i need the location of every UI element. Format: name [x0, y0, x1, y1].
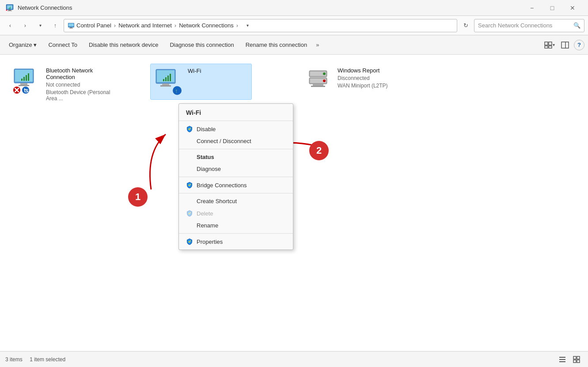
ctx-create-shortcut-label: Create Shortcut — [197, 198, 237, 204]
svg-rect-55 — [573, 356, 576, 359]
windows-report-icon — [304, 67, 332, 95]
view-options-icon — [544, 41, 553, 49]
arrow-1 — [133, 108, 177, 192]
bluetooth-icon: ʦ — [12, 67, 41, 95]
svg-rect-16 — [549, 46, 552, 48]
recent-button[interactable]: ▾ — [34, 19, 47, 32]
up-button[interactable]: ↑ — [49, 19, 62, 32]
svg-rect-4 — [9, 8, 9, 9]
ctx-disable[interactable]: Disable — [179, 123, 293, 135]
toolbar-more[interactable]: » — [313, 42, 322, 48]
svg-rect-54 — [559, 361, 565, 362]
wifi-icon: ↑ — [154, 68, 182, 96]
svg-rect-35 — [160, 85, 171, 87]
forward-button[interactable]: › — [19, 19, 32, 32]
svg-rect-14 — [549, 42, 552, 45]
svg-rect-57 — [573, 360, 576, 363]
titlebar-controls: − □ ✕ — [522, 0, 583, 16]
ctx-connect-disconnect-label: Connect / Disconnect — [197, 138, 251, 144]
ctx-rename-label: Rename — [197, 222, 218, 229]
bluetooth-info: Bluetooth Network Connection Not connect… — [46, 67, 120, 102]
toolbar: Organize ▾ Connect To Disable this netwo… — [0, 35, 588, 55]
bluetooth-connection-icon: ʦ — [12, 67, 41, 95]
view-options-button[interactable]: ▾ — [542, 38, 556, 52]
svg-rect-37 — [165, 77, 167, 81]
windows-report-item[interactable]: Windows Report Disconnected WAN Miniport… — [300, 64, 415, 99]
address-box[interactable]: Control Panel › Network and Internet › N… — [64, 19, 457, 32]
ctx-properties-label: Properties — [197, 238, 223, 245]
svg-rect-5 — [10, 7, 10, 9]
minimize-button[interactable]: − — [522, 0, 542, 16]
svg-rect-56 — [577, 356, 580, 359]
ctx-sep-1 — [179, 121, 293, 121]
ctx-sep-5 — [179, 233, 293, 234]
ctx-properties[interactable]: Properties — [179, 235, 293, 248]
addressbar: ‹ › ▾ ↑ Control Panel › Network and Inte… — [0, 16, 588, 35]
ctx-rename[interactable]: Rename — [179, 219, 293, 231]
svg-rect-26 — [28, 73, 29, 81]
svg-rect-34 — [162, 83, 169, 85]
ctx-status[interactable]: Status — [179, 151, 293, 163]
list-view-icon — [559, 356, 566, 363]
bluetooth-connection-item[interactable]: ʦ Bluetooth Network Connection Not conne… — [9, 64, 124, 105]
search-placeholder: Search Network Connections — [478, 22, 571, 29]
ctx-bridge-connections-label: Bridge Connections — [197, 182, 247, 189]
windows-report-status: Disconnected — [338, 75, 388, 81]
svg-rect-22 — [19, 85, 29, 86]
svg-text:ʦ: ʦ — [24, 87, 28, 94]
windows-report-name: Windows Report — [338, 67, 388, 74]
ctx-create-shortcut[interactable]: Create Shortcut — [179, 195, 293, 207]
connect-to-button[interactable]: Connect To — [43, 37, 83, 53]
selected-count: 1 item selected — [30, 356, 65, 363]
wifi-connection-item[interactable]: ↑ Wi-Fi — [150, 64, 252, 100]
windows-report-info: Windows Report Disconnected WAN Miniport… — [338, 67, 388, 89]
svg-rect-21 — [20, 83, 27, 85]
breadcrumb-control-panel: Control Panel — [76, 22, 111, 29]
address-dropdown-button[interactable]: ▾ — [241, 19, 254, 32]
organize-button[interactable]: Organize ▾ — [4, 37, 42, 53]
search-box[interactable]: Search Network Connections 🔍 — [474, 19, 584, 32]
svg-rect-58 — [577, 360, 580, 363]
ctx-diagnose-label: Diagnose — [197, 166, 221, 172]
address-icon — [68, 22, 75, 29]
svg-rect-15 — [545, 46, 548, 48]
rename-button[interactable]: Rename this connection — [240, 37, 312, 53]
disable-button[interactable]: Disable this network device — [83, 37, 164, 53]
bluetooth-desc: Bluetooth Device (Personal Area ... — [46, 89, 120, 102]
maximize-button[interactable]: □ — [542, 0, 562, 16]
ctx-delete-label: Delete — [197, 210, 213, 217]
statusbar: 3 items 1 item selected — [0, 351, 588, 367]
breadcrumb-sep3: › — [236, 22, 238, 29]
ctx-bridge-connections[interactable]: Bridge Connections — [179, 179, 293, 191]
shield-icon-delete — [186, 210, 193, 217]
statusbar-list-view-button[interactable] — [556, 353, 569, 366]
svg-rect-3 — [8, 11, 12, 11]
svg-rect-13 — [545, 42, 548, 45]
statusbar-grid-view-button[interactable] — [570, 353, 583, 366]
ctx-disable-label: Disable — [197, 126, 216, 132]
context-menu: Wi-Fi Disable Connect / Disconnect Statu… — [178, 103, 293, 250]
bluetooth-name: Bluetooth Network Connection — [46, 67, 120, 80]
back-button[interactable]: ‹ — [4, 19, 17, 32]
diagnose-button[interactable]: Diagnose this connection — [164, 37, 239, 53]
wifi-info: Wi-Fi — [188, 68, 201, 74]
preview-pane-button[interactable] — [558, 38, 572, 52]
titlebar: Network Connections − □ ✕ — [0, 0, 588, 16]
svg-point-46 — [323, 72, 326, 75]
ctx-diagnose[interactable]: Diagnose — [179, 163, 293, 175]
content-area: ʦ Bluetooth Network Connection Not conne… — [0, 55, 588, 351]
close-button[interactable]: ✕ — [562, 0, 583, 16]
windows-report-desc: WAN Miniport (L2TP) — [338, 83, 388, 89]
shield-icon-bridge — [186, 182, 193, 189]
svg-rect-48 — [313, 84, 323, 86]
svg-rect-2 — [8, 10, 11, 11]
refresh-button[interactable]: ↻ — [459, 19, 472, 32]
help-button[interactable]: ? — [574, 40, 584, 50]
breadcrumb-network-internet: Network and Internet — [118, 22, 172, 29]
help-label: ? — [577, 42, 581, 48]
svg-rect-24 — [23, 77, 25, 81]
windows-report-connection-icon — [304, 67, 332, 95]
ctx-connect-disconnect[interactable]: Connect / Disconnect — [179, 135, 293, 147]
items-count: 3 items — [5, 356, 23, 363]
svg-rect-39 — [170, 74, 171, 81]
